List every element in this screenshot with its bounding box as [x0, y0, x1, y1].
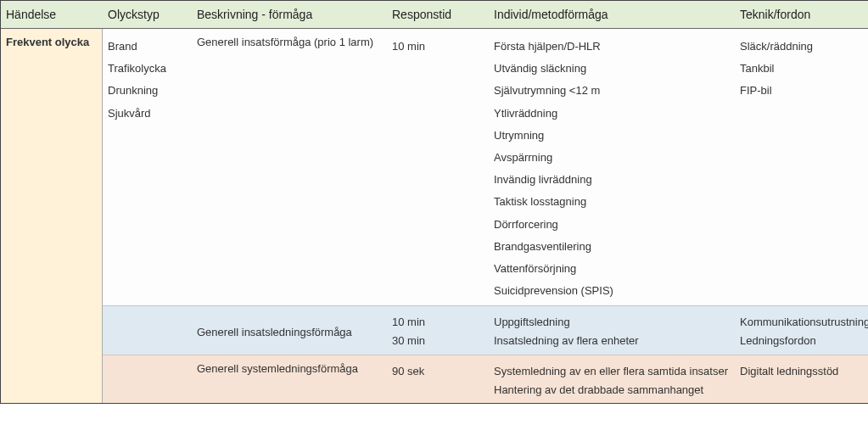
responstid-item: 90 sek [392, 362, 484, 381]
individ-item: Självutrymning <12 m [494, 80, 730, 102]
individ-item: Avspärrning [494, 147, 730, 169]
olyckstyp-list: Brand Trafikolycka Drunkning Sjukvård [103, 29, 192, 305]
individ-item: Uppgiftsledning [494, 313, 730, 332]
responstid-b: 10 min 30 min [387, 306, 489, 354]
individ-item: Utrymning [494, 125, 730, 147]
olyckstyp-empty-c [103, 355, 192, 403]
individ-a: Första hjälpen/D-HLR Utvändig släckning … [489, 29, 735, 305]
table-header-row: Händelse Olyckstyp Beskrivning - förmåga… [1, 1, 868, 29]
header-teknik: Teknik/fordon [735, 1, 868, 28]
teknik-item: Digitalt ledningsstöd [740, 362, 865, 381]
beskrivning-b: Generell insatsledningsförmåga [192, 306, 387, 354]
olyckstyp-item: Drunkning [108, 80, 187, 102]
teknik-item: Ledningsfordon [740, 332, 865, 350]
teknik-b: Kommunikationsutrustning Ledningsfordon [735, 306, 868, 354]
responstid-item: 30 min [392, 332, 484, 350]
beskrivning-a: Generell insatsförmåga (prio 1 larm) [192, 29, 387, 305]
individ-item: Insatsledning av flera enheter [494, 332, 730, 350]
teknik-a: Släck/räddning Tankbil FIP-bil [735, 29, 868, 305]
individ-c: Systemledning av en eller flera samtida … [489, 355, 735, 403]
individ-b: Uppgiftsledning Insatsledning av flera e… [489, 306, 735, 354]
header-responstid: Responstid [387, 1, 489, 28]
header-handelse: Händelse [1, 1, 103, 28]
responstid-item: 10 min [392, 36, 484, 58]
section-insatsformaga: Brand Trafikolycka Drunkning Sjukvård Ge… [103, 29, 868, 305]
teknik-item: FIP-bil [740, 80, 865, 102]
event-label: Frekvent olycka [6, 36, 89, 48]
individ-item: Dörrforcering [494, 214, 730, 236]
header-individ: Individ/metodförmåga [489, 1, 735, 28]
teknik-item: Tankbil [740, 58, 865, 80]
olyckstyp-item: Sjukvård [108, 103, 187, 125]
section-systemledning: Generell systemledningsförmåga 90 sek Sy… [103, 355, 868, 403]
capability-table: Händelse Olyckstyp Beskrivning - förmåga… [0, 0, 868, 404]
responstid-a: 10 min [387, 29, 489, 305]
individ-item: Utvändig släckning [494, 58, 730, 80]
olyckstyp-item: Trafikolycka [108, 58, 187, 80]
individ-item: Brandgasventilering [494, 236, 730, 258]
teknik-item: Kommunikationsutrustning [740, 313, 865, 332]
teknik-c: Digitalt ledningsstöd [735, 355, 868, 403]
header-beskrivning: Beskrivning - förmåga [192, 1, 387, 28]
teknik-item: Släck/räddning [740, 36, 865, 58]
responstid-item: 10 min [392, 313, 484, 332]
individ-item: Suicidprevension (SPIS) [494, 280, 730, 302]
olyckstyp-item: Brand [108, 36, 187, 58]
individ-item: Ytlivräddning [494, 103, 730, 125]
individ-item: Vattenförsörjning [494, 258, 730, 280]
individ-item: Hantering av det drabbade sammanhanget [494, 381, 730, 400]
details-column: Brand Trafikolycka Drunkning Sjukvård Ge… [103, 29, 868, 403]
table-body: Frekvent olycka Brand Trafikolycka Drunk… [1, 29, 868, 403]
individ-item: Första hjälpen/D-HLR [494, 36, 730, 58]
olyckstyp-empty-b [103, 306, 192, 354]
section-insatsledning: Generell insatsledningsförmåga 10 min 30… [103, 305, 868, 354]
beskrivning-c: Generell systemledningsförmåga [192, 355, 387, 403]
individ-item: Invändig livräddning [494, 169, 730, 191]
event-column: Frekvent olycka [1, 29, 103, 403]
responstid-c: 90 sek [387, 355, 489, 403]
individ-item: Systemledning av en eller flera samtida … [494, 362, 730, 381]
individ-item: Taktisk losstagning [494, 191, 730, 213]
header-olyckstyp: Olyckstyp [103, 1, 192, 28]
